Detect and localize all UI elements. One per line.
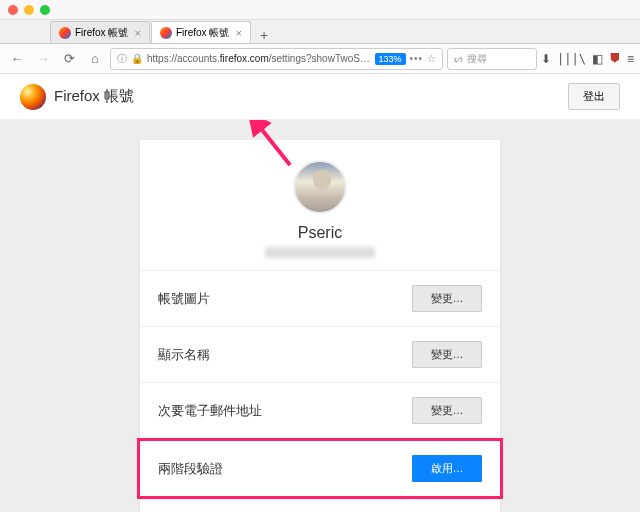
toolbar-icons: ⬇ |||\ ◧ ⛊ ≡	[541, 52, 634, 66]
reload-button[interactable]: ⟳	[58, 48, 80, 70]
library-icon[interactable]: |||\	[557, 52, 586, 66]
minimize-window-icon[interactable]	[24, 5, 34, 15]
firefox-favicon-icon	[160, 27, 172, 39]
window-controls	[0, 0, 640, 20]
lock-icon: 🔒	[131, 53, 143, 64]
setting-row: 帳號圖片變更…	[140, 270, 500, 326]
tab-title: Firefox 帳號	[176, 26, 232, 40]
page-header: Firefox 帳號 登出	[0, 74, 640, 120]
logout-button[interactable]: 登出	[568, 83, 620, 110]
new-tab-button[interactable]: +	[252, 27, 276, 43]
browser-toolbar: ← → ⟳ ⌂ ⓘ 🔒 https://accounts.firefox.com…	[0, 44, 640, 74]
bookmark-star-icon[interactable]: ☆	[427, 53, 436, 64]
search-icon: ᔕ	[454, 53, 463, 64]
enable-button[interactable]: 啟用…	[412, 455, 482, 482]
settings-card: Pseric 帳號圖片變更…顯示名稱變更…次要電子郵件地址變更…兩階段驗證啟用……	[140, 140, 500, 512]
avatar	[293, 160, 347, 214]
firefox-logo-icon	[20, 84, 46, 110]
tab-title: Firefox 帳號	[75, 26, 131, 40]
firefox-favicon-icon	[59, 27, 71, 39]
setting-label: 兩階段驗證	[158, 460, 223, 478]
page-title: Firefox 帳號	[54, 87, 134, 106]
email-redacted	[265, 247, 375, 258]
close-window-icon[interactable]	[8, 5, 18, 15]
setting-row: 顯示名稱變更…	[140, 326, 500, 382]
setting-row: 次要電子郵件地址變更…	[140, 382, 500, 438]
change-button[interactable]: 變更…	[412, 397, 482, 424]
setting-row: 裝置與應用程式顯示	[140, 499, 500, 512]
close-tab-icon[interactable]: ×	[236, 27, 242, 39]
home-button[interactable]: ⌂	[84, 48, 106, 70]
download-icon[interactable]: ⬇	[541, 52, 551, 66]
forward-button[interactable]: →	[32, 48, 54, 70]
highlight-annotation: 兩階段驗證啟用…	[137, 438, 503, 499]
browser-tab-1[interactable]: Firefox 帳號 ×	[151, 21, 251, 43]
setting-row: 兩階段驗證啟用…	[140, 441, 500, 496]
address-bar[interactable]: ⓘ 🔒 https://accounts.firefox.com/setting…	[110, 48, 443, 70]
browser-tab-0[interactable]: Firefox 帳號 ×	[50, 21, 150, 43]
display-name: Pseric	[140, 224, 500, 242]
shield-icon[interactable]: ⛊	[609, 52, 621, 66]
tab-strip: Firefox 帳號 × Firefox 帳號 × +	[0, 20, 640, 44]
maximize-window-icon[interactable]	[40, 5, 50, 15]
search-placeholder: 搜尋	[467, 52, 487, 66]
close-tab-icon[interactable]: ×	[135, 27, 141, 39]
sidebar-icon[interactable]: ◧	[592, 52, 603, 66]
zoom-badge[interactable]: 133%	[375, 53, 406, 65]
search-box[interactable]: ᔕ 搜尋	[447, 48, 537, 70]
url-text: https://accounts.firefox.com/settings?sh…	[147, 53, 371, 64]
change-button[interactable]: 變更…	[412, 285, 482, 312]
back-button[interactable]: ←	[6, 48, 28, 70]
menu-icon[interactable]: ≡	[627, 52, 634, 66]
content-area: Pseric 帳號圖片變更…顯示名稱變更…次要電子郵件地址變更…兩階段驗證啟用……	[0, 120, 640, 512]
more-icon[interactable]: •••	[410, 53, 424, 64]
setting-label: 顯示名稱	[158, 346, 210, 364]
profile-section: Pseric	[140, 140, 500, 270]
setting-label: 次要電子郵件地址	[158, 402, 262, 420]
info-icon[interactable]: ⓘ	[117, 52, 127, 66]
change-button[interactable]: 變更…	[412, 341, 482, 368]
setting-label: 帳號圖片	[158, 290, 210, 308]
